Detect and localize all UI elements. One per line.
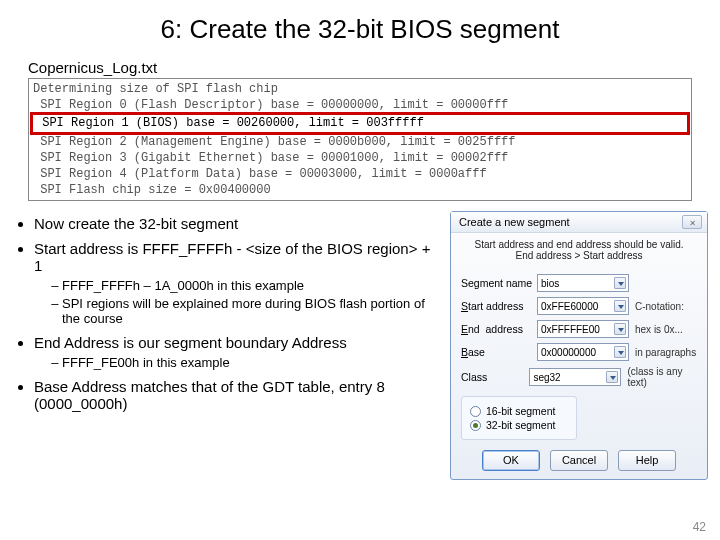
bullet: End Address is our segment boundary Addr… — [34, 334, 442, 370]
log-line: Determining size of SPI flash chip — [33, 81, 687, 97]
paragraph-note: in paragraphs — [635, 347, 696, 358]
page-number: 42 — [693, 520, 706, 534]
radio-icon — [470, 420, 481, 431]
chevron-down-icon[interactable] — [614, 277, 626, 289]
dialog-title: Create a new segment — [459, 216, 570, 228]
sub-bullet: FFFF_FE00h in this example — [62, 355, 442, 370]
base-label: Base — [461, 346, 537, 358]
segment-name-label: Segment name — [461, 277, 537, 289]
class-note: (class is any text) — [627, 366, 697, 388]
cnotation-label: C-notation: — [635, 301, 684, 312]
chevron-down-icon[interactable] — [614, 300, 626, 312]
bullet: Start address is FFFF_FFFFh - <size of t… — [34, 240, 442, 326]
log-filename: Copernicus_Log.txt — [28, 59, 720, 76]
help-button[interactable]: Help — [618, 450, 676, 471]
cancel-button[interactable]: Cancel — [550, 450, 608, 471]
close-button[interactable]: ⨉ — [682, 215, 702, 229]
start-address-input[interactable]: 0xFFE60000 — [537, 297, 629, 315]
end-address-label: End address — [461, 323, 537, 335]
chevron-down-icon[interactable] — [606, 371, 618, 383]
create-segment-dialog: Create a new segment ⨉ Start address and… — [450, 211, 708, 480]
segment-name-input[interactable]: bios — [537, 274, 629, 292]
log-line: SPI Region 2 (Management Engine) base = … — [33, 134, 687, 150]
radio-icon — [470, 406, 481, 417]
radio-32bit[interactable]: 32-bit segment — [470, 419, 568, 431]
bullet-list: Now create the 32-bit segment Start addr… — [6, 211, 450, 480]
slide-title: 6: Create the 32-bit BIOS segment — [0, 0, 720, 53]
sub-bullet: SPI regions will be explained more durin… — [62, 296, 442, 326]
class-input[interactable]: seg32 — [529, 368, 621, 386]
log-line: SPI Flash chip size = 0x00400000 — [33, 182, 687, 198]
bullet: Base Address matches that of the GDT tab… — [34, 378, 442, 412]
end-address-input[interactable]: 0xFFFFFE00 — [537, 320, 629, 338]
dialog-hint: Start address and end address should be … — [451, 233, 707, 269]
log-line: SPI Region 0 (Flash Descriptor) base = 0… — [33, 97, 687, 113]
bullet: Now create the 32-bit segment — [34, 215, 442, 232]
sub-bullet: FFFF_FFFFh – 1A_0000h in this example — [62, 278, 442, 293]
log-line: SPI Region 3 (Gigabit Ethernet) base = 0… — [33, 150, 687, 166]
segment-bitness-group: 16-bit segment 32-bit segment — [461, 396, 577, 440]
chevron-down-icon[interactable] — [614, 323, 626, 335]
class-label: Class — [461, 371, 529, 383]
log-box: Determining size of SPI flash chip SPI R… — [28, 78, 692, 201]
base-input[interactable]: 0x00000000 — [537, 343, 629, 361]
hex-note: hex is 0x... — [635, 324, 683, 335]
log-line-highlighted: SPI Region 1 (BIOS) base = 00260000, lim… — [30, 112, 690, 134]
radio-16bit[interactable]: 16-bit segment — [470, 405, 568, 417]
start-address-label: Start address — [461, 300, 537, 312]
dialog-titlebar: Create a new segment ⨉ — [451, 212, 707, 233]
ok-button[interactable]: OK — [482, 450, 540, 471]
chevron-down-icon[interactable] — [614, 346, 626, 358]
log-line: SPI Region 4 (Platform Data) base = 0000… — [33, 166, 687, 182]
